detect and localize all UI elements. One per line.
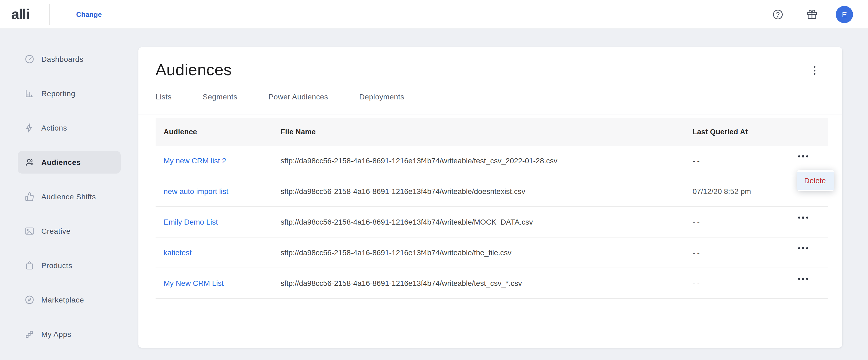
bar-chart-icon [24,88,35,99]
people-icon [24,157,35,168]
table-row: My New CRM List sftp://da98cc56-2158-4a1… [156,268,828,299]
topbar: alli Change E [0,0,868,29]
sidebar-item-label: Audiences [41,158,81,167]
app-logo: alli [11,6,29,23]
ellipsis-icon[interactable] [798,246,808,250]
last-queried-cell: 07/12/20 8:52 pm [692,187,751,196]
tab-deployments[interactable]: Deployments [359,90,404,103]
sidebar-item-label: Dashboards [41,55,84,63]
last-queried-cell: - - [692,248,700,257]
file-name-cell: sftp://da98cc56-2158-4a16-8691-1216e13f4… [281,248,512,257]
sidebar-item-my-apps[interactable]: My Apps [18,323,121,345]
sidebar-item-label: Products [41,261,72,270]
tab-power-audiences[interactable]: Power Audiences [269,90,328,103]
page-title: Audiences [156,61,232,79]
sidebar: Dashboards Reporting Actions Audiences A… [0,29,138,360]
audience-link[interactable]: new auto import list [164,187,228,196]
audience-link[interactable]: Emily Demo List [164,218,218,226]
audiences-card: Audiences ListsSegmentsPower AudiencesDe… [138,47,842,348]
file-name-cell: sftp://da98cc56-2158-4a16-8691-1216e13f4… [281,156,557,165]
sidebar-item-products[interactable]: Products [18,254,121,277]
table-row: My new CRM list 2 sftp://da98cc56-2158-4… [156,146,828,176]
last-queried-cell: - - [692,156,700,165]
sidebar-item-dashboards[interactable]: Dashboards [18,48,121,71]
ellipsis-icon[interactable] [798,216,808,220]
gauge-icon [24,54,35,64]
delete-menu-item[interactable]: Delete [797,172,834,189]
sidebar-item-label: Audience Shifts [41,192,96,201]
sidebar-item-marketplace[interactable]: Marketplace [18,288,121,311]
column-header-file-name: File Name [281,128,692,136]
app-root: Dashboards Reporting Actions Audiences A… [0,0,868,360]
change-link[interactable]: Change [76,10,102,18]
table-body: My new CRM list 2 sftp://da98cc56-2158-4… [156,146,828,299]
sidebar-item-label: My Apps [41,330,71,338]
sidebar-item-actions[interactable]: Actions [18,117,121,139]
sidebar-item-label: Actions [41,123,67,132]
last-queried-cell: - - [692,218,700,226]
table-row: Emily Demo List sftp://da98cc56-2158-4a1… [156,207,828,238]
column-header-audience: Audience [156,128,281,136]
file-name-cell: sftp://da98cc56-2158-4a16-8691-1216e13f4… [281,218,533,226]
lightning-icon [24,122,35,133]
column-header-last-queried-at: Last Queried At [692,128,828,136]
gift-icon[interactable] [806,8,817,20]
audience-link[interactable]: My New CRM List [164,279,224,287]
tab-lists[interactable]: Lists [156,90,172,103]
sidebar-item-reporting[interactable]: Reporting [18,82,121,105]
audience-link[interactable]: katietest [164,248,191,257]
sidebar-item-label: Creative [41,227,70,236]
avatar[interactable]: E [836,6,853,23]
compass-icon [24,295,35,305]
last-queried-cell: - - [692,279,700,287]
thumbs-up-icon [24,191,35,202]
row-context-menu: Delete [797,170,834,191]
image-icon [24,226,35,237]
table-header-row: AudienceFile NameLast Queried At [156,118,828,146]
sidebar-item-label: Reporting [41,89,75,98]
ellipsis-icon[interactable] [798,277,808,281]
sidebar-item-label: Marketplace [41,296,84,304]
sidebar-item-creative[interactable]: Creative [18,220,121,242]
shopping-bag-icon [24,260,35,271]
table-row: new auto import list sftp://da98cc56-215… [156,176,828,207]
sidebar-item-audience-shifts[interactable]: Audience Shifts [18,185,121,208]
kebab-menu-icon[interactable] [810,65,819,75]
file-name-cell: sftp://da98cc56-2158-4a16-8691-1216e13f4… [281,279,522,287]
audience-link[interactable]: My new CRM list 2 [164,156,226,165]
file-name-cell: sftp://da98cc56-2158-4a16-8691-1216e13f4… [281,187,525,196]
apps-icon [24,329,35,339]
tabs-divider [138,114,842,114]
topbar-divider [49,4,50,25]
table-row: katietest sftp://da98cc56-2158-4a16-8691… [156,238,828,268]
tab-segments[interactable]: Segments [203,90,237,103]
tab-bar: ListsSegmentsPower AudiencesDeployments [156,90,404,103]
audiences-table: AudienceFile NameLast Queried At My new … [156,118,828,299]
sidebar-item-audiences[interactable]: Audiences [18,151,121,173]
help-circle-icon[interactable] [772,8,784,20]
ellipsis-icon[interactable] [798,154,808,159]
